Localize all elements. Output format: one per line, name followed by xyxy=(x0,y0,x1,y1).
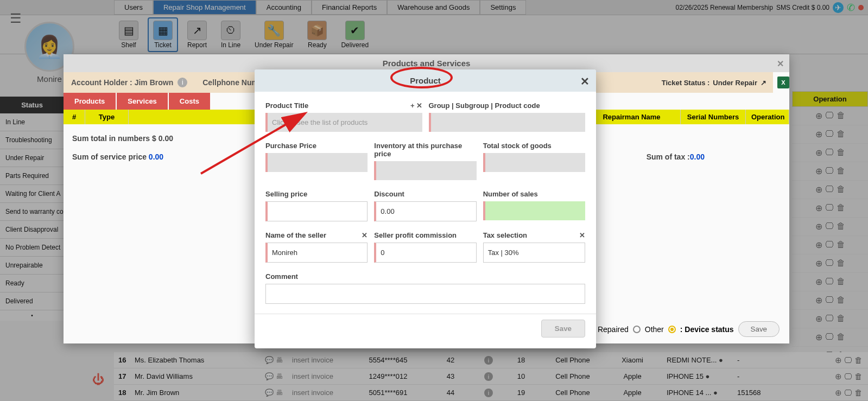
radio-other[interactable] xyxy=(668,326,676,333)
selling-price-label: Selling price xyxy=(265,190,368,198)
product-modal: Product ✕ Product Title +✕ Group | Subgr… xyxy=(255,69,596,348)
selling-price-input[interactable] xyxy=(265,201,368,221)
purchase-price-label: Purchase Price xyxy=(265,142,368,150)
excel-export-icon[interactable]: X xyxy=(777,77,789,88)
group-subgroup-label: Group | Subgroup | Product code xyxy=(429,101,586,110)
tax-selection-input[interactable] xyxy=(483,243,585,263)
comment-label: Comment xyxy=(265,272,585,281)
add-product-icon[interactable]: + xyxy=(410,101,415,110)
total-stock-input[interactable] xyxy=(483,153,585,172)
cellphone-label: Cellphone Numb xyxy=(202,78,263,87)
clear-tax-icon[interactable]: ✕ xyxy=(579,231,585,239)
account-holder-label: Account Holder : Jim Brown xyxy=(71,78,173,87)
modal2-save-button[interactable]: Save xyxy=(541,320,585,338)
modal2-close-icon[interactable]: ✕ xyxy=(580,75,590,88)
commission-label: Seller profit commission xyxy=(374,231,476,239)
inventory-label: Inventory at this purchase price xyxy=(374,142,476,158)
comment-input[interactable] xyxy=(265,284,585,304)
modal1-close-icon[interactable]: ✕ xyxy=(777,59,784,69)
num-sales-label: Number of sales xyxy=(483,190,585,198)
tab-products[interactable]: Products xyxy=(64,93,116,110)
product-title-input[interactable] xyxy=(265,113,422,132)
purchase-price-input[interactable] xyxy=(265,153,368,172)
modal2-title: Product xyxy=(410,76,441,85)
info-icon[interactable]: i xyxy=(178,78,187,87)
commission-input[interactable] xyxy=(374,243,476,263)
modal2-header: Product ✕ xyxy=(255,69,596,92)
ticket-status-badge[interactable]: Ticket Status :Under Repair ↗ xyxy=(655,72,773,93)
sum-tax: Sum of tax :0.00 xyxy=(647,152,705,161)
tab-services[interactable]: Services xyxy=(117,93,168,110)
inventory-input[interactable] xyxy=(374,161,476,180)
discount-input[interactable] xyxy=(374,201,476,221)
product-title-label: Product Title +✕ xyxy=(265,101,422,110)
seller-name-label: Name of the seller ✕ xyxy=(265,231,368,239)
discount-label: Discount xyxy=(374,190,476,198)
clear-product-icon[interactable]: ✕ xyxy=(416,101,422,110)
radio-not-repaired[interactable] xyxy=(633,326,641,333)
device-status-label: : Device status xyxy=(680,325,734,334)
modal1-save-button[interactable]: Save xyxy=(738,321,780,337)
radio-other-label: Other xyxy=(645,325,664,334)
sum-service-price: Sum of service price 0.00 xyxy=(72,152,163,161)
num-sales-input[interactable] xyxy=(483,201,585,220)
group-subgroup-input[interactable] xyxy=(429,113,586,132)
seller-name-input[interactable] xyxy=(265,243,368,263)
clear-seller-icon[interactable]: ✕ xyxy=(362,231,368,239)
tax-selection-label: Tax selection ✕ xyxy=(483,231,585,239)
external-link-icon: ↗ xyxy=(761,79,766,87)
tab-costs[interactable]: Costs xyxy=(169,93,210,110)
total-stock-label: Total stock of goods xyxy=(483,142,585,150)
